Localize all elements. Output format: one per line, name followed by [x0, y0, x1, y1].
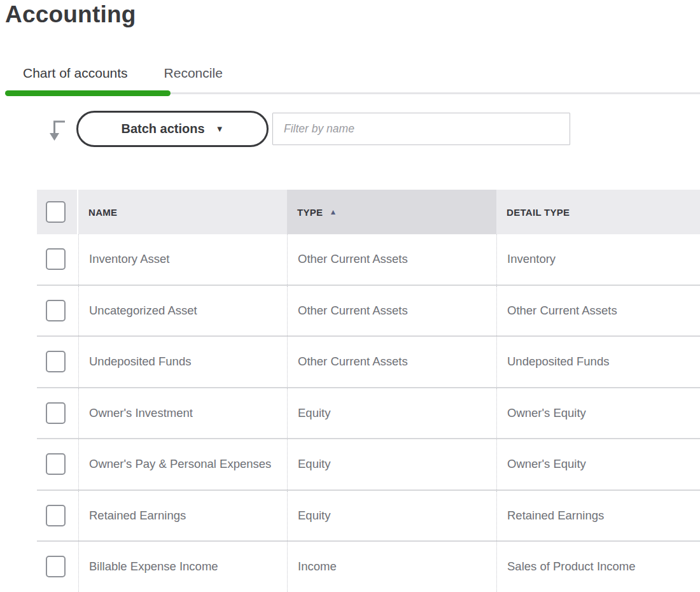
account-name-cell[interactable]: Owner's Pay & Personal Expenses [78, 439, 287, 490]
row-checkbox[interactable] [46, 556, 66, 577]
accounting-page: Accounting Chart of accounts Reconcile B… [0, 0, 700, 592]
account-detail-type-cell: Owner's Equity [496, 439, 700, 490]
account-detail-type-cell: Other Current Assets [496, 286, 700, 336]
table-row: Inventory Asset Other Current Assets Inv… [37, 234, 700, 286]
chart-of-accounts-table: NAME TYPE ▲ DETAIL TYPE Inventory Asset … [37, 190, 700, 592]
row-checkbox[interactable] [46, 300, 66, 321]
chevron-down-icon: ▼ [216, 125, 224, 133]
batch-actions-label: Batch actions [121, 122, 204, 136]
row-checkbox[interactable] [46, 351, 66, 372]
tab-chart-of-accounts[interactable]: Chart of accounts [23, 66, 128, 81]
filter-by-name-input[interactable] [272, 113, 570, 145]
account-name-cell[interactable]: Uncategorized Asset [78, 286, 287, 336]
row-checkbox[interactable] [46, 402, 66, 424]
account-type-cell: Other Current Assets [287, 286, 496, 336]
account-name-cell[interactable]: Owner's Investment [78, 388, 287, 439]
account-detail-type-cell: Undeposited Funds [496, 337, 700, 387]
row-checkbox[interactable] [46, 453, 66, 475]
table-row: Billable Expense Income Income Sales of … [37, 542, 700, 592]
account-type-cell: Other Current Assets [287, 234, 496, 285]
account-name-cell[interactable]: Billable Expense Income [78, 542, 287, 592]
row-checkbox[interactable] [46, 248, 66, 270]
account-type-cell: Equity [287, 388, 496, 439]
tab-bar: Chart of accounts Reconcile [23, 66, 223, 81]
select-all-cell [37, 190, 78, 234]
batch-actions-button[interactable]: Batch actions ▼ [76, 111, 269, 147]
column-header-name[interactable]: NAME [78, 190, 287, 234]
account-detail-type-cell: Retained Earnings [496, 491, 700, 541]
row-checkbox[interactable] [46, 505, 66, 526]
collapse-rows-icon[interactable] [48, 120, 66, 145]
account-type-cell: Equity [287, 439, 496, 490]
table-row: Owner's Pay & Personal Expenses Equity O… [37, 439, 700, 491]
account-type-cell: Other Current Assets [287, 337, 496, 387]
account-detail-type-cell: Owner's Equity [496, 388, 700, 439]
column-header-type[interactable]: TYPE ▲ [287, 190, 496, 234]
select-all-checkbox[interactable] [46, 201, 66, 223]
account-detail-type-cell: Sales of Product Income [496, 542, 700, 592]
table-row: Uncategorized Asset Other Current Assets… [37, 286, 700, 337]
table-row: Undeposited Funds Other Current Assets U… [37, 337, 700, 388]
tab-reconcile[interactable]: Reconcile [164, 66, 223, 81]
account-name-cell[interactable]: Inventory Asset [78, 234, 287, 285]
page-title: Accounting [5, 1, 136, 28]
account-detail-type-cell: Inventory [496, 234, 700, 285]
table-header-row: NAME TYPE ▲ DETAIL TYPE [37, 190, 700, 234]
account-type-cell: Income [287, 542, 496, 592]
table-row: Retained Earnings Equity Retained Earnin… [37, 491, 700, 542]
account-type-cell: Equity [287, 491, 496, 541]
sort-ascending-icon: ▲ [329, 208, 337, 216]
account-name-cell[interactable]: Retained Earnings [78, 491, 287, 541]
table-row: Owner's Investment Equity Owner's Equity [37, 388, 700, 440]
account-name-cell[interactable]: Undeposited Funds [78, 337, 287, 387]
column-header-detail-type[interactable]: DETAIL TYPE [496, 190, 700, 234]
table-body: Inventory Asset Other Current Assets Inv… [37, 234, 700, 592]
active-tab-indicator [5, 90, 171, 96]
